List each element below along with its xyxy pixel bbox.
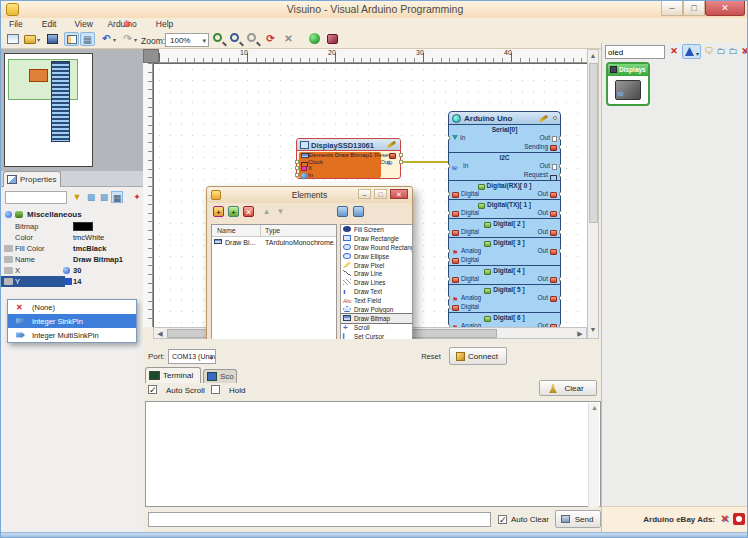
zoom-reset-icon[interactable] [247,33,256,42]
pin[interactable] [559,277,561,281]
header-pin-icon[interactable] [553,116,557,120]
pin[interactable] [559,173,561,177]
settings-x-icon[interactable]: ✕ [739,45,748,58]
palette-item-round-rect[interactable]: Draw Round Rectangle [341,243,412,252]
pin[interactable] [399,160,403,164]
pin[interactable] [559,230,561,234]
filter-funnel-icon[interactable]: ▼ [71,191,83,203]
output-pin[interactable]: Out [538,322,557,327]
arduino-section-digital6[interactable]: Digital[ 6 ]AnalogOutDigital [448,312,561,327]
pin[interactable] [559,249,561,253]
auto-clear-checkbox[interactable]: ✓ [498,515,507,524]
menu-view[interactable]: View [75,19,93,29]
zoom-out-icon[interactable] [230,33,239,42]
column-name[interactable]: Name [217,227,236,234]
reset-button[interactable]: Reset [415,349,447,365]
pin[interactable] [448,136,450,140]
output-pin[interactable]: Out [538,247,557,254]
scroll-up-arrow[interactable]: ▲ [591,404,598,411]
redo-button[interactable]: ↷ [120,32,135,46]
display-output-pin[interactable]: Reset [381,152,400,159]
display-ssd1306-block[interactable]: DisplaySSD13061 Elements Draw Bitmap1Clo… [296,138,401,179]
display-pin-row[interactable]: In [299,172,381,179]
arduino-section-i2c[interactable]: I2CInOutRequest [448,152,561,181]
collapse-orb-icon[interactable] [5,211,12,218]
menu-help[interactable]: Help [156,19,173,29]
build-button[interactable] [307,32,322,46]
pin[interactable] [559,324,561,327]
filter-list-icon[interactable] [353,206,364,217]
category-header[interactable]: Displays [608,64,648,76]
output-pin[interactable]: Request [524,171,557,179]
palette-item-lines[interactable]: Draw Lines [341,278,412,287]
pin[interactable] [448,296,450,300]
overview-minimap[interactable] [4,53,93,167]
palette-item-pencil[interactable]: Draw Pixel [341,261,412,270]
new-project-button[interactable] [5,32,20,46]
zoom-combobox[interactable]: 100%▾ [165,33,209,47]
arduino-uno-block[interactable]: Arduino Uno Serial[0]InOutSendingI2CInOu… [448,111,561,327]
input-pin[interactable]: Digital [452,256,479,263]
output-pin[interactable]: Out [540,134,557,141]
arduino-section-digital4[interactable]: Digital[ 4 ]DigitalOut [448,265,561,285]
input-pin[interactable]: Digital [452,275,479,282]
output-pin[interactable]: Sending [524,143,557,150]
property-group-miscellaneous[interactable]: Miscellaneous [3,209,141,220]
palette-item-line[interactable]: Draw Line [341,269,412,278]
send-input[interactable] [148,512,491,527]
save-button[interactable] [45,32,60,46]
scroll-down-arrow[interactable]: ▼ [588,326,598,333]
arduino-section-digital5[interactable]: Digital[ 5 ]AnalogOutDigital [448,284,561,313]
palette-item-text[interactable]: Draw Text [341,287,412,296]
tab-scope[interactable]: Sco [203,369,237,383]
pin[interactable] [448,211,450,215]
auto-scroll-checkbox[interactable]: ✓ [148,385,157,394]
open-button[interactable] [22,32,37,46]
input-pin[interactable]: Digital [452,303,479,310]
pin[interactable] [448,258,450,262]
ads-settings-icon[interactable]: ✕ [721,513,729,524]
palette-item-rectangle[interactable]: Draw Rectangle [341,234,412,243]
grid-view-toggle[interactable]: ▦ [111,191,123,203]
properties-search-input[interactable] [5,191,67,204]
wizard-wand-icon[interactable] [387,141,396,149]
output-pin[interactable]: Out [538,228,557,235]
input-pin[interactable]: In [452,162,468,169]
collapse-categories-icon[interactable]: 🗀︎ [727,45,739,58]
add-child-element-icon[interactable]: + [228,206,239,217]
display-pin-row[interactable]: Clock [299,159,381,166]
pin-square-icon[interactable] [65,278,72,285]
close-button[interactable]: ✕ [705,1,745,16]
palette-item-text-field[interactable]: Text Field [341,296,412,305]
refresh-button[interactable]: ⟳ [263,32,278,46]
pin[interactable] [448,249,450,253]
pin[interactable] [559,296,561,300]
open-dropdown-arrow[interactable]: ▾ [37,36,40,43]
pin[interactable] [559,192,561,196]
palette-item-polygon[interactable]: Draw Polygon [341,305,412,314]
input-pin[interactable]: Analog [452,247,481,255]
toggle-panels-button[interactable] [64,32,79,46]
input-pin[interactable]: Digital [452,228,479,235]
input-pin[interactable]: Digital [452,190,479,197]
maximize-button[interactable]: □ [683,1,705,16]
pin-option[interactable]: Integer SinkPin [8,314,136,328]
category-displays[interactable]: Displays [606,62,650,106]
pin-option[interactable]: (None) [8,300,136,314]
tab-terminal[interactable]: Terminal [145,367,201,383]
move-down-icon[interactable]: ▼ [275,206,286,217]
input-pin[interactable]: Analog [452,294,481,302]
input-pin[interactable]: In [452,134,465,142]
palette-item-fill-screen[interactable]: Fill Screen [341,225,412,234]
hold-checkbox[interactable] [211,385,220,394]
expand-categories-icon[interactable]: 🗀︎ [715,45,727,58]
property-row-bitmap[interactable]: Bitmap [1,221,143,232]
wizard-filter-button[interactable]: ▾ [682,44,701,59]
palette-item-scroll[interactable]: Scroll [341,323,412,332]
output-pin[interactable]: Out [540,162,557,169]
elements-dialog-titlebar[interactable]: Elements – □ ✕ [207,187,412,203]
move-up-icon[interactable]: ▲ [261,206,272,217]
input-pin[interactable]: Digital [452,209,479,216]
tab-properties[interactable]: Properties [3,171,61,187]
property-value[interactable]: Draw Bitmap1 [73,255,123,264]
